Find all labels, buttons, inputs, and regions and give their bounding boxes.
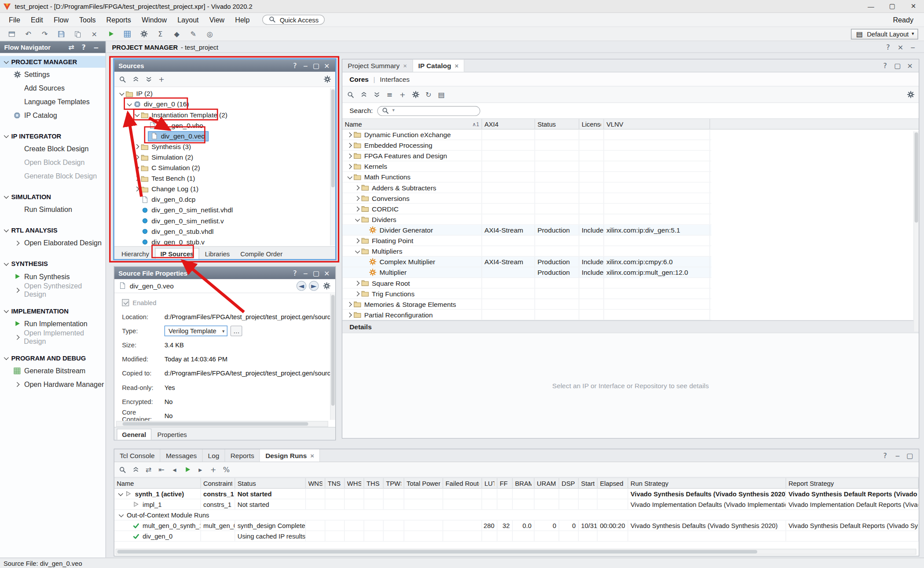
run-row-div-gen-0[interactable]: div_gen_0Using cached IP results <box>114 531 919 542</box>
flownav-item-open-elaborated-design[interactable]: Open Elaborated Design <box>0 236 106 250</box>
catalog-row-complex-multiplier[interactable]: Complex MultiplierAXI4-StreamProductionI… <box>342 257 711 267</box>
tree-item-div-gen-0-stub-vhdl[interactable]: div_gen_0_stub.vhdl <box>114 226 335 237</box>
console-tab-tcl-console[interactable]: Tcl Console <box>114 449 161 462</box>
forward-button[interactable]: ► <box>309 281 319 291</box>
column-header-constraints[interactable]: Constraints <box>201 478 235 488</box>
flownav-item-open-block-design[interactable]: Open Block Design <box>0 156 106 169</box>
banner-minimize-button[interactable]: ‒ <box>908 42 918 52</box>
sources-vertical-scrollbar[interactable] <box>330 88 335 246</box>
catalog-row-adders-subtracters[interactable]: Adders & Subtracters <box>342 182 711 193</box>
catalog-hierarchy-button[interactable]: ≡ <box>384 90 395 100</box>
design-runs-create-run-button[interactable]: + <box>208 465 219 475</box>
tree-item-simulation[interactable]: Simulation (2) <box>114 152 335 163</box>
catalog-row-trig-functions[interactable]: Trig Functions <box>342 288 711 299</box>
flownav-section-rtl-analysis[interactable]: RTL ANALYSIS <box>0 224 106 236</box>
flownav-item-settings[interactable]: Settings <box>0 68 106 81</box>
design-runs-step-forward-button[interactable]: ▸ <box>195 465 205 475</box>
flownav-item-language-templates[interactable]: Language Templates <box>0 95 106 109</box>
run-row-mult-gen-0-synth-1[interactable]: mult_gen_0_synth_1mult_gen_0synth_design… <box>114 521 919 531</box>
collapse-icon[interactable] <box>355 216 360 221</box>
catalog-settings-button[interactable] <box>905 90 916 100</box>
console-tab-reports[interactable]: Reports <box>225 449 260 462</box>
sources-tab-hierarchy[interactable]: Hierarchy <box>117 248 154 259</box>
tree-item-div-gen-0[interactable]: div_gen_0 (16) <box>114 99 335 109</box>
catalog-expand-all-button[interactable] <box>371 90 382 100</box>
scrollbar-thumb[interactable] <box>117 550 757 553</box>
tree-item-div-gen-0-stub-v[interactable]: div_gen_0_stub.v <box>114 237 335 246</box>
column-header-status[interactable]: Status <box>535 119 579 129</box>
toolbar-copy-button[interactable] <box>71 28 85 40</box>
properties-tab-properties[interactable]: Properties <box>153 429 192 440</box>
design-runs-horizontal-scrollbar[interactable] <box>116 549 917 554</box>
menu-view[interactable]: View <box>204 13 230 26</box>
properties-float-button[interactable]: ▢ <box>312 268 320 278</box>
layout-selector[interactable]: ▤ Default Layout ▾ <box>851 29 918 39</box>
collapse-icon[interactable] <box>355 248 360 253</box>
catalog-row-math-functions[interactable]: Math Functions <box>342 172 711 182</box>
banner-close-button[interactable]: × <box>895 42 906 52</box>
sources-add-sources-button[interactable]: + <box>156 74 167 84</box>
catalog-row-memories-storage-elements[interactable]: Memories & Storage Elements <box>342 299 711 309</box>
sources-tab-ip-sources[interactable]: IP Sources <box>155 248 199 259</box>
properties-minimize-button[interactable]: ‒ <box>301 268 310 278</box>
menu-reports[interactable]: Reports <box>101 13 136 26</box>
collapse-icon[interactable] <box>135 112 139 117</box>
toolbar-probe-button[interactable]: ◎ <box>203 28 217 40</box>
column-header-vlnv[interactable]: VLNV <box>604 119 710 129</box>
toolbar-redo-button[interactable]: ↷ <box>38 28 52 40</box>
column-header-tns[interactable]: TNS <box>325 478 345 488</box>
tree-item-change-log[interactable]: Change Log (1) <box>114 184 335 194</box>
column-header-status[interactable]: Status <box>235 478 306 488</box>
toolbar-delete-button[interactable]: × <box>87 28 101 40</box>
sources-tab-libraries[interactable]: Libraries <box>200 248 235 259</box>
tree-item-div-gen-0-dcp[interactable]: div_gen_0.dcp <box>114 194 335 205</box>
menu-tools[interactable]: Tools <box>74 13 101 26</box>
column-header-bram[interactable]: BRAM <box>513 478 535 488</box>
catalog-search-input[interactable]: ▾ <box>377 106 480 116</box>
tree-item-ip[interactable]: IP (2) <box>114 88 335 99</box>
expand-icon[interactable] <box>347 164 352 169</box>
console-tab-messages[interactable]: Messages <box>161 449 203 462</box>
design-runs-step-back-button[interactable]: ◂ <box>169 465 180 475</box>
run-group-out-of-context-module-runs[interactable]: Out-of-Context Module Runs <box>114 510 919 521</box>
column-header-start[interactable]: Start <box>579 478 598 488</box>
sources-collapse-all-button[interactable] <box>130 74 141 84</box>
toolbar-edit-button[interactable]: ✎ <box>186 28 200 40</box>
console-tab-design-runs[interactable]: Design Runs× <box>260 449 320 462</box>
properties-horizontal-scrollbar[interactable] <box>116 421 328 427</box>
toolbar-synthesize-button[interactable]: ◆ <box>170 28 184 40</box>
column-header-license[interactable]: License <box>579 119 604 129</box>
column-header-axi4[interactable]: AXI4 <box>482 119 535 129</box>
type-dropdown[interactable]: Verilog Template▾ <box>165 326 227 336</box>
editor-tab-ip-catalog[interactable]: IP Catalog× <box>413 59 464 72</box>
catalog-row-divider-generator[interactable]: Divider GeneratorAXI4-StreamProductionIn… <box>342 225 711 236</box>
expand-icon[interactable] <box>347 302 352 306</box>
collapse-icon[interactable] <box>118 491 123 495</box>
properties-vertical-scrollbar[interactable] <box>330 294 335 420</box>
properties-panel-header[interactable]: Source File Properties ?‒▢× <box>114 267 335 279</box>
collapse-icon[interactable] <box>347 174 352 179</box>
collapse-icon[interactable] <box>119 91 124 95</box>
column-header-run-strategy[interactable]: Run Strategy <box>628 478 786 488</box>
expand-icon[interactable] <box>355 291 359 296</box>
column-header-name[interactable]: Name <box>114 478 201 488</box>
catalog-collapse-all-button[interactable] <box>358 90 369 100</box>
column-header-name[interactable]: Name∧1 <box>342 119 482 129</box>
catalog-add-repository-button[interactable]: + <box>397 90 408 100</box>
close-button[interactable]: ✕ <box>903 0 924 12</box>
catalog-wrench-button[interactable] <box>410 90 421 100</box>
flownav-section-project-manager[interactable]: PROJECT MANAGER <box>0 56 106 68</box>
catalog-subtab-interfaces[interactable]: Interfaces <box>380 76 410 83</box>
flownav-help-button[interactable]: ? <box>78 42 89 52</box>
properties-help-button[interactable]: ? <box>290 268 299 278</box>
column-header-report-strategy[interactable]: Report Strategy <box>786 478 919 488</box>
back-button[interactable]: ◄ <box>297 281 307 291</box>
flownav-item-open-hardware-manager[interactable]: Open Hardware Manager <box>0 377 106 391</box>
expand-icon[interactable] <box>347 153 352 158</box>
catalog-row-fpga-features-and-design[interactable]: FPGA Features and Design <box>342 151 711 161</box>
catalog-row-dynamic-function-exchange[interactable]: Dynamic Function eXchange <box>342 130 711 140</box>
tree-item-div-gen-0-sim-netlist-v[interactable]: div_gen_0_sim_netlist.v <box>114 215 335 226</box>
toolbar-flow-steps-button[interactable] <box>120 28 134 40</box>
close-tab-icon[interactable]: × <box>310 452 314 459</box>
flownav-item-add-sources[interactable]: Add Sources <box>0 81 106 95</box>
